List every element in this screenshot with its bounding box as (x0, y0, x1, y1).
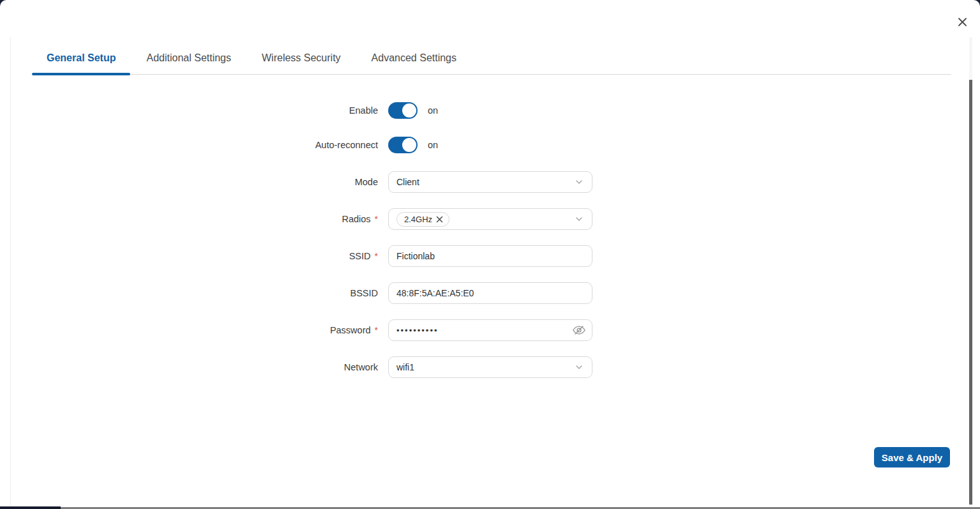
ssid-input[interactable] (388, 245, 592, 267)
ssid-label: SSID* (0, 251, 378, 261)
form-row-ssid: SSID* (0, 245, 603, 267)
auto-reconnect-toggle[interactable] (388, 137, 418, 153)
chevron-down-icon (574, 177, 584, 187)
save-apply-button[interactable]: Save & Apply (874, 447, 950, 467)
toggle-password-visibility-button[interactable] (572, 323, 586, 337)
page-behind-corner-left (0, 0, 6, 6)
network-select[interactable]: wifi1 (388, 356, 592, 378)
close-icon (958, 17, 967, 27)
form-row-password: Password* (0, 319, 603, 341)
password-input[interactable] (388, 319, 592, 341)
tab-general-setup[interactable]: General Setup (32, 42, 130, 74)
form-row-network: Network wifi1 (0, 356, 603, 378)
page-behind-corner-right (974, 0, 980, 6)
eye-off-icon (572, 323, 586, 337)
form-row-enable: Enable on (0, 102, 603, 119)
radios-tag-2-4ghz: 2.4GHz (396, 212, 449, 227)
auto-reconnect-state-label: on (428, 140, 438, 150)
tab-bar: General Setup Additional Settings Wirele… (32, 42, 951, 75)
mode-select[interactable]: Client (388, 171, 592, 193)
close-button[interactable] (956, 15, 969, 28)
network-select-value: wifi1 (396, 362, 414, 372)
enable-state-label: on (428, 105, 438, 116)
dialog-wireless-settings: General Setup Additional Settings Wirele… (0, 0, 980, 509)
auto-reconnect-label: Auto-reconnect (0, 140, 378, 150)
chevron-down-icon (574, 362, 584, 372)
required-asterisk: * (375, 325, 378, 335)
toggle-knob (402, 138, 416, 152)
enable-toggle[interactable] (388, 102, 418, 119)
form-row-radios: Radios* 2.4GHz (0, 208, 603, 230)
required-asterisk: * (375, 251, 378, 261)
radios-tag-label: 2.4GHz (404, 215, 432, 224)
network-label: Network (0, 362, 378, 372)
enable-label: Enable (0, 105, 378, 116)
password-label: Password* (0, 325, 378, 335)
bssid-input[interactable] (388, 282, 592, 304)
toggle-knob (402, 103, 416, 118)
page-behind-sidebar-edge (0, 506, 61, 509)
tab-additional-settings[interactable]: Additional Settings (132, 42, 246, 74)
radios-label: Radios* (0, 214, 378, 224)
required-asterisk: * (375, 214, 378, 224)
form-row-mode: Mode Client (0, 171, 603, 193)
form-row-bssid: BSSID (0, 282, 603, 304)
tag-remove-icon[interactable] (436, 216, 443, 223)
mode-select-value: Client (396, 177, 419, 187)
chevron-down-icon (574, 214, 584, 224)
form-row-auto-reconnect: Auto-reconnect on (0, 137, 603, 153)
bssid-label: BSSID (0, 288, 378, 298)
tab-advanced-settings[interactable]: Advanced Settings (357, 42, 471, 74)
tab-wireless-security[interactable]: Wireless Security (247, 42, 356, 74)
radios-multiselect[interactable]: 2.4GHz (388, 208, 592, 230)
scrollbar-thumb[interactable] (969, 80, 972, 505)
mode-label: Mode (0, 177, 378, 187)
